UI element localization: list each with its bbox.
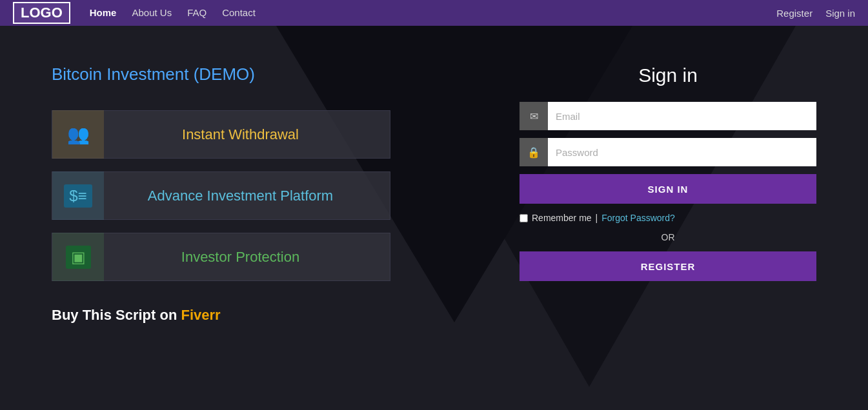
logo[interactable]: LOGO <box>13 2 70 24</box>
nav-left: LOGO Home About Us FAQ Contact <box>13 2 256 24</box>
or-divider: OR <box>520 232 816 242</box>
nav-right: Register Sign in <box>776 8 855 19</box>
remember-label: Remember me <box>532 213 592 223</box>
nav-links: Home About Us FAQ Contact <box>90 7 256 19</box>
forgot-password-link[interactable]: Forgot Password? <box>601 213 675 223</box>
nav-link-contact[interactable]: Contact <box>222 7 256 18</box>
email-icon: ✉ <box>520 102 548 130</box>
signin-button[interactable]: SIGN IN <box>520 174 816 204</box>
register-button[interactable]: REGISTER <box>520 251 816 281</box>
buy-section: Buy This Script on Fiverr <box>52 307 390 324</box>
nav-item-contact[interactable]: Contact <box>222 7 256 19</box>
withdrawal-icon: 👥 <box>52 110 104 159</box>
fiverr-link[interactable]: Fiverr <box>181 307 220 323</box>
remember-checkbox[interactable] <box>520 214 528 222</box>
nav-item-home[interactable]: Home <box>90 7 117 19</box>
navbar: LOGO Home About Us FAQ Contact Register … <box>0 0 868 26</box>
lock-icon: 🔒 <box>520 138 548 166</box>
nav-link-home[interactable]: Home <box>90 7 117 18</box>
register-link[interactable]: Register <box>776 8 812 19</box>
signin-title: Sign in <box>520 64 816 86</box>
signin-link[interactable]: Sign in <box>825 8 855 19</box>
email-group: ✉ <box>520 102 816 130</box>
protection-label: Investor Protection <box>104 249 390 266</box>
hero-title: Bitcoin Investment (DEMO) <box>52 64 390 84</box>
withdrawal-label: Instant Withdrawal <box>104 126 390 143</box>
feature-card-investment: $≡ Advance Investment Platform <box>52 171 390 220</box>
protection-icon: ▣ <box>52 233 104 281</box>
feature-card-protection: ▣ Investor Protection <box>52 233 390 281</box>
remember-row: Remember me | Forgot Password? <box>520 213 816 223</box>
nav-item-about[interactable]: About Us <box>132 7 172 19</box>
email-input[interactable] <box>548 102 816 130</box>
password-input[interactable] <box>548 138 816 166</box>
nav-item-faq[interactable]: FAQ <box>187 7 207 19</box>
buy-text: Buy This Script on <box>52 307 177 323</box>
signin-panel: Sign in ✉ 🔒 SIGN IN Remember me | Forgot… <box>520 64 816 324</box>
password-group: 🔒 <box>520 138 816 166</box>
investment-label: Advance Investment Platform <box>104 188 390 204</box>
investment-icon: $≡ <box>52 171 104 220</box>
feature-card-withdrawal: 👥 Instant Withdrawal <box>52 110 390 159</box>
nav-link-faq[interactable]: FAQ <box>187 7 207 18</box>
nav-link-about[interactable]: About Us <box>132 7 172 18</box>
left-panel: Bitcoin Investment (DEMO) 👥 Instant With… <box>52 64 390 324</box>
main-content: Bitcoin Investment (DEMO) 👥 Instant With… <box>0 26 868 324</box>
